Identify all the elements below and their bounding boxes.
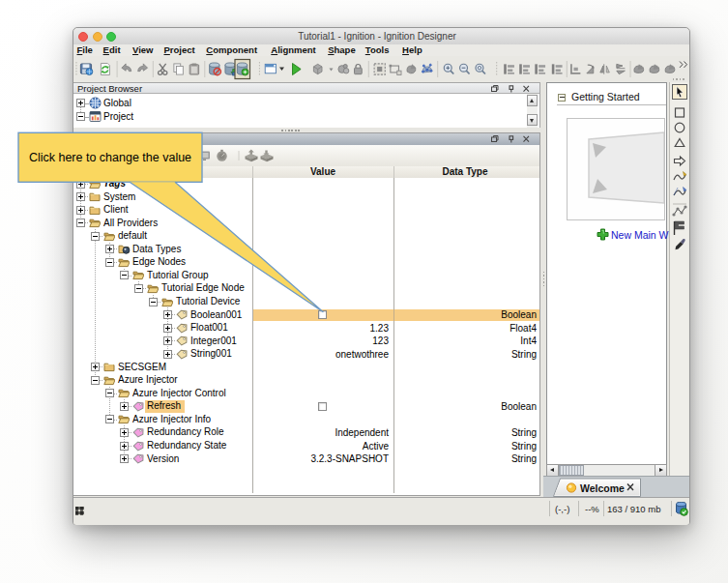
svg-text:Welcome: Welcome: [580, 482, 625, 494]
